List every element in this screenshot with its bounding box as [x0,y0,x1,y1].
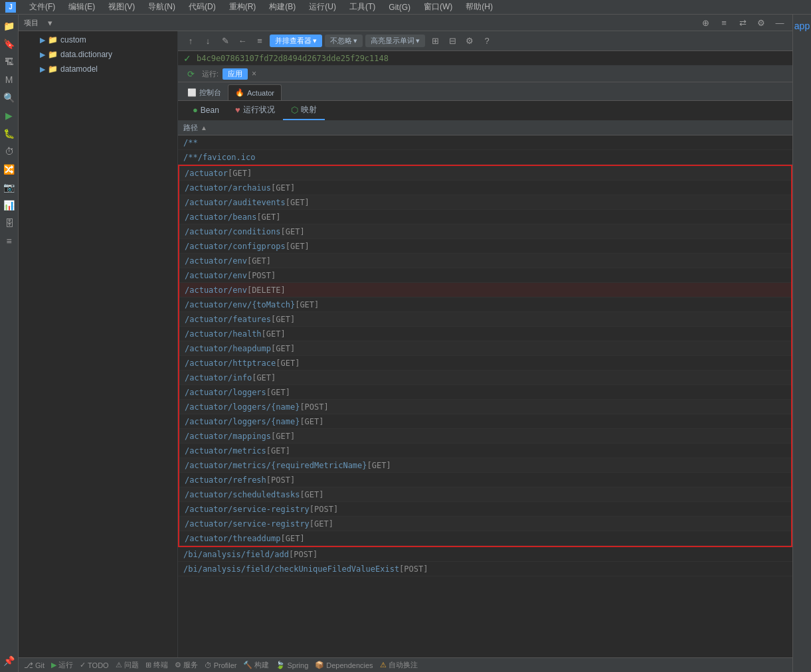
right-sidebar-app-icon[interactable]: app [794,17,811,35]
table-row[interactable]: /bi/analysis/field/checkUniqueFiledValue… [178,562,792,576]
table-row[interactable]: /actuator/loggers [GET] OperationHandler… [179,385,791,400]
run-refresh-icon[interactable]: ⟳ [183,66,198,81]
table-row[interactable]: /actuator/features [GET] OperationHandle… [179,312,791,327]
status-dependencies[interactable]: 📦 Dependencies [315,661,373,669]
sidebar-debug-icon[interactable]: 🐛 [1,125,18,142]
status-services[interactable]: ⚙ 服务 [175,660,198,670]
table-row[interactable]: /actuator/scheduledtasks [GET] Operation… [179,487,791,502]
run-close-button[interactable]: × [252,69,256,78]
menu-edit[interactable]: 编辑(E) [66,1,98,13]
table-row[interactable]: /actuator/mappings [GET] OperationHandle… [179,429,791,444]
sub-tab-mapping[interactable]: ⬡ 映射 [283,102,325,120]
status-terminal[interactable]: ⊞ 终端 [145,660,168,670]
sidebar-maven-icon[interactable]: M [1,71,18,88]
table-row[interactable]: /actuator [GET] WebMvcEndpointHandlerMap… [179,166,791,181]
table-row[interactable]: /actuator/loggers/{name} [POST] Operatio… [179,400,791,414]
status-auto[interactable]: ⚠ 自动换注 [380,660,418,670]
help-icon[interactable]: ? [480,34,494,48]
table-row[interactable]: /actuator/env/{toMatch} [GET] OperationH… [179,297,791,312]
menu-file[interactable]: 文件(F) [27,1,58,13]
sub-tab-bean[interactable]: ● Bean [185,102,227,120]
menu-tools[interactable]: 工具(T) [347,1,378,13]
table-row[interactable]: /actuator/threaddump [GET] OperationHand… [179,531,791,546]
edit-icon[interactable]: ✎ [218,34,232,48]
table-row[interactable]: /bi/analysis/field/add [POST] BaseContro… [178,547,792,562]
table-row[interactable]: /actuator/beans [GET] OperationHandler#h… [179,210,791,224]
table-row[interactable]: /actuator/info [GET] OperationHandler#ha… [179,371,791,385]
sidebar-chart-icon[interactable]: 📊 [1,197,18,214]
status-spring[interactable]: 🍃 Spring [276,661,308,669]
table-row[interactable]: /actuator/heapdump [GET] OperationHandle… [179,341,791,356]
arrow-down-icon[interactable]: ↓ [201,34,215,48]
tree-item-custom[interactable]: ▶ 📁 custom [19,33,177,47]
arrow-up-icon[interactable]: ↑ [183,34,198,48]
toolbar-minimize-icon[interactable]: — [772,15,787,30]
table-row[interactable]: /actuator/health [GET] OperationHandler#… [179,327,791,341]
path-column-header[interactable]: 路径 ▲ [178,123,792,133]
sidebar-search-icon[interactable]: 🔍 [1,89,18,106]
sidebar-run-icon[interactable]: ▶ [1,107,18,124]
list-icon[interactable]: ≡ [252,34,267,48]
git-icon: ⎇ [24,661,33,670]
table-row[interactable]: /actuator/archaius [GET] OperationHandle… [179,181,791,195]
table-row[interactable]: /actuator/httptrace [GET] OperationHandl… [179,356,791,371]
arrow-left-icon[interactable]: ← [235,34,250,48]
gear-icon[interactable]: ⚙ [462,34,477,48]
table-row[interactable]: /actuator/conditions [GET] OperationHand… [179,224,791,239]
menu-refactor[interactable]: 重构(R) [226,1,259,13]
sidebar-structure-icon[interactable]: 🏗 [1,53,18,70]
split-cols-icon[interactable]: ⊞ [428,34,442,48]
table-row[interactable]: /** [178,135,792,150]
status-git[interactable]: ⎇ Git [24,661,45,670]
table-row[interactable]: /actuator/configprops [GET] OperationHan… [179,239,791,254]
sidebar-bookmark-icon[interactable]: 🔖 [1,35,18,52]
parallel-view-button[interactable]: 并排查看器 ▾ [270,35,322,47]
toolbar-add-icon[interactable]: ⊕ [698,15,713,30]
sidebar-pin-icon[interactable]: 📌 [1,652,18,669]
table-row[interactable]: /actuator/metrics/{requiredMetricName} [… [179,458,791,473]
table-row[interactable]: /actuator/auditevents [GET] OperationHan… [179,195,791,210]
sidebar-camera-icon[interactable]: 📷 [1,179,18,196]
tab-console[interactable]: ⬜ 控制台 [181,84,228,100]
toolbar-list-icon[interactable]: ≡ [717,15,731,30]
status-issues[interactable]: ⚠ 问题 [116,660,139,670]
table-row[interactable]: /actuator/env [GET] OperationHandler#han… [179,254,791,268]
status-profiler[interactable]: ⏱ Profiler [205,661,237,669]
dropdown-icon[interactable]: ▾ [43,15,57,30]
table-row[interactable]: /actuator/service-registry [GET] Operati… [179,517,791,531]
sidebar-profiler-icon[interactable]: ⏱ [1,143,18,160]
menu-view[interactable]: 视图(V) [106,1,137,13]
ignore-button[interactable]: 不忽略 ▾ [325,35,363,47]
tree-item-data-dictionary[interactable]: ▶ 📁 data.dictionary [19,47,177,62]
menu-navigate[interactable]: 导航(N) [145,1,178,13]
tab-actuator[interactable]: 🔥 Actuator [228,84,282,100]
menu-build[interactable]: 构建(B) [266,1,298,13]
status-build[interactable]: 🔨 构建 [243,660,269,670]
sidebar-project-icon[interactable]: 📁 [1,17,18,35]
table-row[interactable]: /actuator/loggers/{name} [GET] Operation… [179,414,791,429]
table-row[interactable]: /actuator/env [DELETE] OperationHandler#… [179,283,791,297]
sub-tab-status[interactable]: ♥ 运行状况 [227,102,283,120]
table-body[interactable]: /** /**/favicon.ico /actuator [GET] [178,135,792,657]
toolbar-settings-icon[interactable]: ⚙ [754,15,768,30]
menu-window[interactable]: 窗口(W) [421,1,455,13]
sidebar-layers-icon[interactable]: ≡ [1,232,18,250]
run-tab[interactable]: 应用 [223,68,248,80]
table-row[interactable]: /**/favicon.ico [178,150,792,165]
sidebar-db-icon[interactable]: 🗄 [1,214,18,232]
menu-git[interactable]: Git(G) [386,3,413,12]
table-row[interactable]: /actuator/metrics [GET] OperationHandler… [179,444,791,458]
tree-item-datamodel[interactable]: ▶ 📁 datamodel [19,62,177,76]
status-todo[interactable]: ✓ TODO [80,661,109,669]
table-row[interactable]: /actuator/refresh [POST] OperationHandle… [179,473,791,487]
table-row[interactable]: /actuator/env [POST] OperationHandler#ha… [179,268,791,283]
menu-help[interactable]: 帮助(H) [463,1,496,13]
status-run[interactable]: ▶ 运行 [51,660,73,670]
sidebar-git-icon[interactable]: 🔀 [1,161,18,178]
highlight-button[interactable]: 高亮显示单词 ▾ [365,35,425,47]
menu-code[interactable]: 代码(D) [186,1,219,13]
split-rows-icon[interactable]: ⊟ [445,34,460,48]
table-row[interactable]: /actuator/service-registry [POST] Operat… [179,502,791,517]
menu-run[interactable]: 运行(U) [306,1,339,13]
toolbar-split-icon[interactable]: ⇄ [735,15,750,30]
